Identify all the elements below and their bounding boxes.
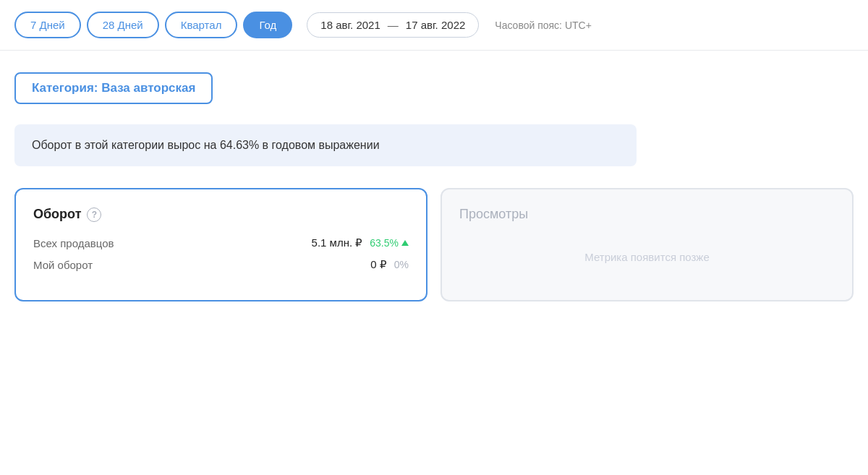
info-banner-text: Оборот в этой категории вырос на 64.63% …: [32, 139, 380, 151]
prosmotr-card-title: Просмотры: [459, 207, 835, 222]
date-dash: —: [388, 19, 399, 31]
info-banner: Оборот в этой категории вырос на 64.63% …: [14, 124, 637, 166]
prosmotr-card: Просмотры Метрика появится позже: [441, 188, 854, 301]
oborot-title-text: Оборот: [33, 207, 81, 222]
main-content: Категория: Ваза авторская Оборот в этой …: [0, 51, 868, 316]
oborot-all-sellers-change-text: 63.5%: [370, 237, 399, 249]
oborot-card: Оборот ? Всех продавцов 5.1 млн. ₽ 63.5%…: [14, 188, 427, 301]
cards-row: Оборот ? Всех продавцов 5.1 млн. ₽ 63.5%…: [14, 188, 854, 301]
top-bar: 7 Дней 28 Дней Квартал Год 18 авг. 2021 …: [0, 0, 868, 51]
date-range-picker[interactable]: 18 авг. 2021 — 17 авг. 2022: [307, 12, 479, 38]
date-from: 18 авг. 2021: [320, 19, 380, 31]
oborot-my-values: 0 ₽ 0%: [370, 258, 409, 271]
oborot-my-value: 0 ₽: [370, 258, 387, 271]
prosmotr-placeholder: Метрика появится позже: [459, 251, 835, 263]
prosmotr-title-text: Просмотры: [459, 207, 528, 222]
timezone-label: Часовой пояс: UTC+: [495, 20, 592, 31]
oborot-card-title: Оборот ?: [33, 207, 409, 222]
oborot-all-sellers-change: 63.5%: [370, 237, 409, 249]
oborot-all-sellers-row: Всех продавцов 5.1 млн. ₽ 63.5%: [33, 236, 409, 249]
oborot-my-label: Мой оборот: [33, 259, 93, 271]
oborot-help-icon[interactable]: ?: [87, 207, 101, 222]
arrow-up-icon: [401, 240, 409, 246]
period-quarter-button[interactable]: Квартал: [165, 12, 238, 38]
date-to: 17 авг. 2022: [406, 19, 466, 31]
oborot-all-sellers-value: 5.1 млн. ₽: [312, 236, 363, 249]
period-7days-button[interactable]: 7 Дней: [14, 12, 81, 38]
period-28days-button[interactable]: 28 Дней: [87, 12, 159, 38]
oborot-my-change: 0%: [394, 259, 409, 270]
oborot-all-sellers-label: Всех продавцов: [33, 237, 114, 249]
oborot-my-row: Мой оборот 0 ₽ 0%: [33, 258, 409, 271]
period-year-button[interactable]: Год: [243, 12, 292, 38]
category-badge[interactable]: Категория: Ваза авторская: [14, 72, 213, 104]
oborot-all-sellers-values: 5.1 млн. ₽ 63.5%: [312, 236, 409, 249]
